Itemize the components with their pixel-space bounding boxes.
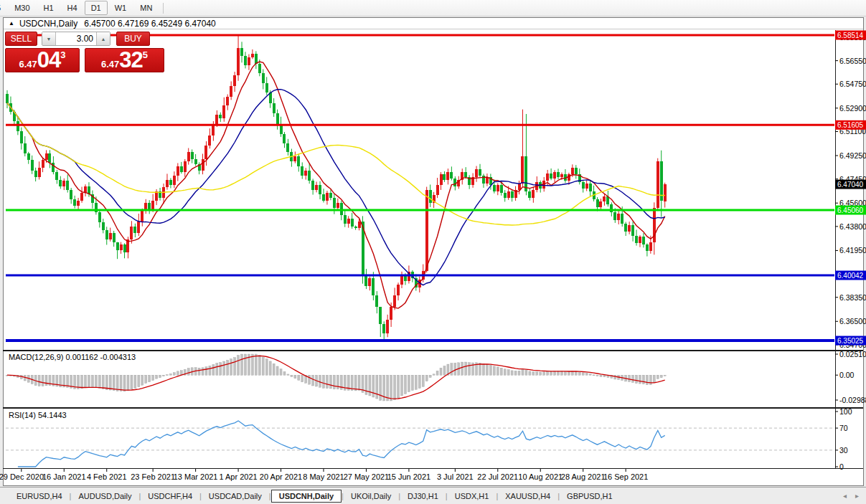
chart-ohlc-values: 6.45700 6.47169 6.45249 6.47040 [84,19,216,29]
price-tick-label: 6.56550 [839,57,866,65]
timeframe-m30[interactable]: M30 [8,1,36,15]
price-badge-label: 6.51605 [837,121,864,129]
volume-decrease-icon[interactable]: ▼ [42,32,56,45]
volume-increase-icon[interactable]: ▲ [96,32,110,45]
sell-price-prefix: 6.47 [19,59,37,70]
date-tick-label: 1 Apr 2021 [219,472,257,481]
date-tick-label: 3 Jul 2021 [437,472,474,481]
chart-tab-bar: EURUSD,H4|AUDUSD,Daily|USDCHF,H4|USDCAD,… [0,487,866,504]
timeframe-toolbar: 5M30H1H4D1W1MN [0,0,866,16]
sell-price-pipette: 3 [60,49,65,60]
tab-scroll-right-icon[interactable]: ▸ [855,492,859,500]
rsi-tick-label: 0 [839,462,844,471]
volume-stepper: ▼ ▲ [42,32,110,46]
date-tick-label: 13 Mar 2021 [174,472,218,481]
volume-input[interactable] [56,32,96,45]
sell-price-display[interactable]: 6.47043 [5,48,80,72]
timeframe-d1[interactable]: D1 [85,1,108,15]
sell-price-big: 04 [37,49,60,72]
price-tick-label: 6.49250 [839,151,866,160]
timeframe-mn[interactable]: MN [133,1,159,15]
rsi-label: RSI(14) 54.1443 [9,411,67,419]
timeframe-h4[interactable]: H4 [61,1,84,15]
price-badge-label: 6.40042 [837,272,864,280]
chart-title-bar[interactable]: ▲ USDCNH,Daily 6.45700 6.47169 6.45249 6… [4,18,863,29]
rsi-tick-label: 100 [839,407,852,416]
rsi-tick-label: 30 [839,446,848,455]
timeframe-h1[interactable]: H1 [37,1,60,15]
macd-tick-label: -0.02988 [839,396,866,404]
date-tick-label: 27 May 2021 [344,472,390,481]
buy-price-pipette: 5 [143,49,148,60]
buy-price-display[interactable]: 6.47325 [85,48,164,72]
chart-plot-background[interactable] [6,30,834,348]
date-tick-label: 22 Jul 2021 [477,472,518,481]
date-tick-label: 20 Apr 2021 [260,472,302,481]
price-tick-label: 6.52900 [839,104,866,113]
date-tick-label: 10 Aug 2021 [518,472,563,481]
price-tick-label: 6.36500 [839,317,866,325]
macd-tick-label: 0.00 [839,371,855,379]
price-badge-label: 6.58514 [837,32,864,39]
price-badge-label: 6.45060 [837,206,864,214]
price-tick-label: 6.43800 [839,222,866,231]
rsi-tick-label: 70 [839,424,848,432]
tab-usdcad-daily[interactable]: USDCAD,Daily [202,490,269,503]
buy-price-prefix: 6.47 [101,59,119,70]
price-badge-label: 6.35025 [837,337,864,345]
date-tick-label: 16 Sep 2021 [603,472,648,481]
tab-usdcnh-daily[interactable]: USDCNH,Daily [271,490,342,503]
macd-label: MACD(12,26,9) 0.001162 -0.004313 [9,353,136,361]
price-tick-label: 6.38350 [839,293,866,302]
tab-audusd-daily[interactable]: AUDUSD,Daily [71,490,138,503]
date-tick-label: 8 May 2021 [303,472,344,481]
toolbar-separator [163,3,164,14]
tab-xauusd-h4[interactable]: XAUUSD,H4 [498,490,557,503]
date-tick-label: 4 Feb 2021 [87,472,127,481]
timeframe-5[interactable]: 5 [0,1,7,15]
macd-tick-label: 0.025108 [839,350,866,358]
buy-price-big: 32 [119,49,142,72]
tab-scroll-arrows: ◂ ▸ [843,492,859,500]
sell-button[interactable]: SELL [5,32,37,46]
buy-button[interactable]: BUY [116,32,150,46]
tab-eurusd-h4[interactable]: EURUSD,H4 [9,490,70,503]
collapse-chart-icon[interactable]: ▲ [9,20,14,27]
price-tick-label: 6.54750 [839,80,866,88]
tab-ukoil-daily[interactable]: UKOil,Daily [344,490,398,503]
tab-usdchf-h4[interactable]: USDCHF,H4 [141,490,199,503]
tab-strip: EURUSD,H4|AUDUSD,Daily|USDCHF,H4|USDCAD,… [9,490,620,503]
timeframe-w1[interactable]: W1 [108,1,133,15]
price-badge-label: 6.47040 [837,181,864,189]
tab-dj30-h1[interactable]: DJ30,H1 [400,490,446,503]
price-tick-label: 6.41950 [839,246,866,255]
date-tick-label: 16 Jan 2021 [42,472,86,481]
tab-usdx-h1[interactable]: USDX,H1 [448,490,496,503]
one-click-trade-panel: SELL ▼ ▲ BUY 6.47043 6.47325 [5,32,164,72]
date-tick-label: 15 Jun 2021 [387,472,431,481]
date-tick-label: 29 Dec 2020 [0,472,44,481]
tab-gbpusd-h1[interactable]: GBPUSD,H1 [560,490,620,503]
date-tick-label: 23 Feb 2021 [131,472,175,481]
chart-canvas[interactable]: 6.583506.565506.547506.529006.511006.492… [0,0,866,504]
chart-symbol-title: USDCNH,Daily [19,19,77,29]
tab-scroll-left-icon[interactable]: ◂ [843,492,847,500]
main-chart-panel [6,30,834,348]
date-tick-label: 28 Aug 2021 [561,472,606,481]
